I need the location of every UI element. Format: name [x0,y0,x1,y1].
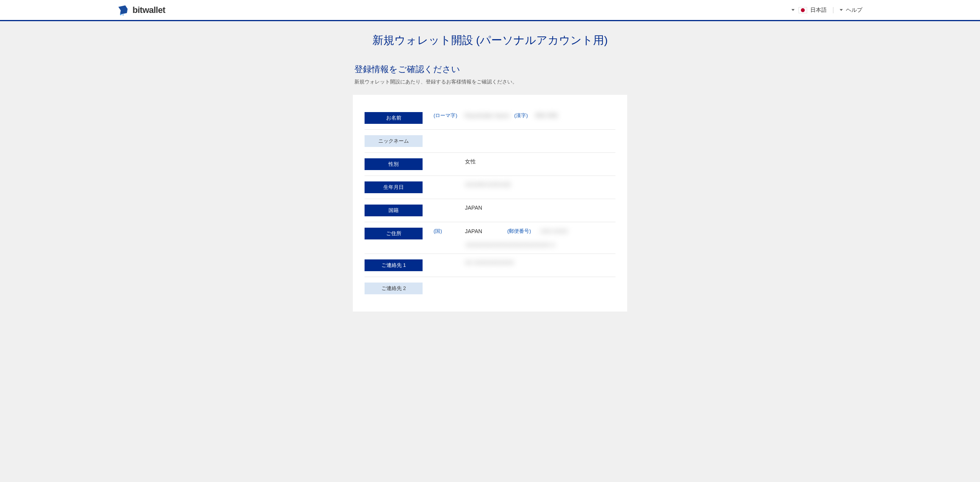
svg-point-0 [120,14,122,15]
page-title: 新規ウォレット開設 (パーソナルアカウント用) [274,33,706,48]
label-address: ご住所 [365,228,423,239]
help-label: ヘルプ [846,7,862,14]
row-name: お名前 (ローマ字) Placeholder Name (漢字) 例名 例名 [365,107,615,130]
label-gender: 性別 [365,158,423,170]
sublabel-country: (国) [434,228,456,235]
row-nationality: 国籍 JAPAN [365,199,615,222]
language-selector[interactable]: 日本語 [791,7,827,14]
row-content: 女性 [423,158,615,165]
value-address-line: XXXXXXXXXXXXXXXXXXXXXXX X [434,242,555,248]
row-content: JAPAN [423,205,615,211]
value-nationality: JAPAN [434,205,482,211]
label-contact1: ご連絡先 1 [365,259,423,271]
label-name: お名前 [365,112,423,124]
value-name-romaji: Placeholder Name [461,112,510,119]
caret-down-icon [791,9,795,11]
label-nickname: ニックネーム [365,135,423,147]
label-birthdate: 生年月日 [365,181,423,193]
divider [833,7,833,13]
row-address: ご住所 (国) JAPAN (郵便番号) XXX-XXXX XXXXXXXXXX… [365,222,615,254]
value-birthdate: XXXX年XX月XX日 [434,181,511,188]
main-content: 新規ウォレット開設 (パーソナルアカウント用) 登録情報をご確認ください 新規ウ… [274,21,706,312]
svg-point-1 [123,14,124,15]
flag-japan-icon [799,7,807,13]
row-gender: 性別 女性 [365,153,615,176]
content-wrapper: 登録情報をご確認ください 新規ウォレット開設にあたり、登録するお客様情報をご確認… [353,63,627,312]
language-label: 日本語 [810,7,827,14]
row-nickname: ニックネーム [365,130,615,153]
label-nationality: 国籍 [365,205,423,216]
row-birthdate: 生年月日 XXXX年XX月XX日 [365,176,615,199]
value-postal: XXX-XXXX [537,228,568,234]
section-subtitle: 新規ウォレット開設にあたり、登録するお客様情報をご確認ください。 [353,78,627,85]
row-content: (ローマ字) Placeholder Name (漢字) 例名 例名 [423,112,615,119]
row-content: XX XXXXXXXXXXX [423,259,615,266]
row-content: (国) JAPAN (郵便番号) XXX-XXXX XXXXXXXXXXXXXX… [423,228,615,248]
row-contact1: ご連絡先 1 XX XXXXXXXXXXX [365,254,615,277]
info-card: お名前 (ローマ字) Placeholder Name (漢字) 例名 例名 ニ… [353,95,627,312]
help-link[interactable]: ヘルプ [840,7,862,14]
logo-icon [118,4,129,16]
value-gender: 女性 [434,158,476,165]
header: bitwallet 日本語 ヘルプ [0,0,980,21]
value-name-kanji: 例名 例名 [532,112,559,119]
sublabel-romaji: (ローマ字) [434,112,457,119]
header-right: 日本語 ヘルプ [791,7,862,14]
logo[interactable]: bitwallet [118,4,165,16]
sublabel-postal: (郵便番号) [507,228,531,235]
row-content: XXXX年XX月XX日 [423,181,615,188]
value-contact1: XX XXXXXXXXXXX [434,259,514,266]
section-title: 登録情報をご確認ください [353,63,627,75]
caret-down-icon [840,9,843,11]
sublabel-kanji: (漢字) [514,112,528,119]
label-contact2: ご連絡先 2 [365,283,423,294]
row-contact2: ご連絡先 2 [365,277,615,300]
logo-text: bitwallet [132,5,165,15]
value-address-country: JAPAN [462,228,501,234]
